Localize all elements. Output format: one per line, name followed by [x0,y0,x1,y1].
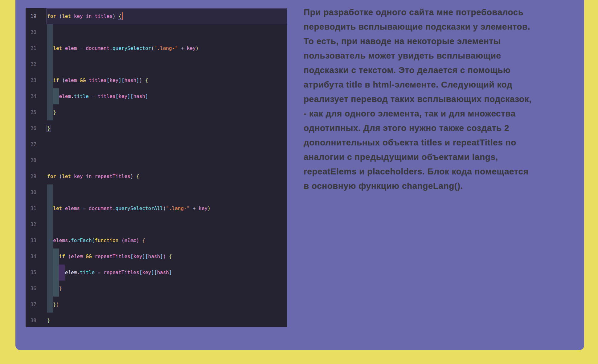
editor-row[interactable]: 25 } [26,104,287,120]
code-token: key [199,205,207,211]
code-token: ( [62,77,65,83]
code-token: elem [65,77,80,83]
editor-row[interactable]: 22 [26,56,287,72]
code-token: ) [136,237,142,243]
line-number: 28 [26,152,36,168]
code-token: = [92,93,98,99]
article-line: дополнительных объекта titles и repeatTi… [304,135,575,150]
line-number: 25 [26,104,36,120]
code-token [47,285,59,291]
editor-row[interactable]: 20 [26,24,287,40]
line-number: 27 [26,136,36,152]
code-token: { [136,173,139,179]
line-number: 38 [26,313,36,327]
line-number: 35 [26,265,36,281]
code-token: [ [130,93,133,99]
editor-row[interactable]: 29for (let key in repeatTitles) { [26,168,287,184]
code-token: && [80,77,89,83]
code-token: ) [113,13,118,19]
code-token: document [86,45,109,51]
editor-row[interactable]: 30 [26,184,287,200]
code-token: for [47,173,59,179]
editor-row[interactable]: 36 } [26,281,287,297]
code-token: querySelectorAll [116,205,163,211]
code-line: elems.forEach(function (elem) { [47,237,145,243]
code-token: ".lang-" [154,45,181,51]
code-line: let elems = document.querySelectorAll(".… [47,205,211,211]
code-token: let [62,13,74,19]
code-token: [ [116,93,119,99]
code-token: key [74,173,86,179]
line-number: 26 [26,120,36,136]
code-token: && [86,253,95,259]
code-line: let elem = document.querySelector(".lang… [47,45,199,51]
code-token: key [187,45,196,51]
code-token: querySelector [113,45,151,51]
line-number: 29 [26,168,36,184]
code-token: repeatTitles [95,253,130,259]
editor-row[interactable]: 27 [26,136,287,152]
code-editor[interactable]: 19for (let key in titles) {2021 let elem… [26,8,287,327]
code-token: ] [118,77,121,83]
editor-row[interactable]: 23 if (elem && titles[key][hash]) { [26,72,287,88]
editor-row[interactable]: 19for (let key in titles) { [26,8,287,24]
code-token: repeatTitles [104,269,139,275]
editor-row[interactable]: 26} [26,120,287,136]
code-token [47,301,53,307]
line-number: 31 [26,200,36,216]
code-line: for (let key in repeatTitles) { [47,173,139,179]
code-token: ) [56,301,59,307]
code-token: document [89,205,113,211]
code-token: title [80,269,98,275]
code-token: ( [121,237,125,243]
code-line: if (elem && repeatTitles[key][hash]) { [47,253,172,259]
line-number: 19 [26,8,36,24]
article-line: При разработке одного сайта мне потребов… [304,5,575,19]
code-token: ) [139,77,145,83]
code-token: ) [207,205,211,211]
code-token: key [118,93,127,99]
code-token [47,93,59,99]
code-token [47,253,59,259]
editor-row[interactable]: 28 [26,152,287,168]
indent-guide-block [47,24,53,40]
code-token: { [142,237,145,243]
code-line: elem.title = titles[key][hash] [47,93,148,99]
code-line: } [47,125,50,131]
code-token: function [95,237,121,243]
editor-row[interactable]: 21 let elem = document.querySelector(".l… [26,40,287,56]
code-token: elem [59,93,71,99]
line-number: 24 [26,88,36,104]
code-token: for [47,13,59,19]
editor-row[interactable]: 33 elems.forEach(function (elem) { [26,233,287,249]
code-token: { [169,253,172,259]
line-number: 23 [26,72,36,88]
editor-row[interactable]: 31 let elems = document.querySelectorAll… [26,200,287,216]
line-number: 30 [26,184,36,200]
code-token: key [74,13,86,19]
editor-row[interactable]: 37 }) [26,297,287,313]
code-token: let [53,205,65,211]
code-token: [ [139,269,142,275]
article-line: аналогии с предыдущими объектами langs, [304,150,575,164]
matched-bracket: } [47,125,50,131]
editor-row[interactable]: 32 [26,216,287,233]
code-token: repeatTitles [95,173,130,179]
code-token: ) [196,45,199,51]
code-token: [ [121,77,125,83]
editor-row[interactable]: 34 if (elem && repeatTitles[key][hash]) … [26,249,287,265]
editor-row[interactable]: 35 elem.title = repeatTitles[key][hash] [26,265,287,281]
code-token [47,237,53,243]
code-editor-lines: 19for (let key in titles) {2021 let elem… [26,8,287,327]
code-token: ( [59,173,62,179]
code-token: } [53,301,56,307]
line-number: 21 [26,40,36,56]
indent-guide-block [47,56,53,72]
code-token: in [86,173,95,179]
content-panel: 19for (let key in titles) {2021 let elem… [15,0,584,350]
code-token: titles [89,77,107,83]
article-line: То есть, при наводе на некоторые элемент… [304,34,575,48]
editor-row[interactable]: 38} [26,313,287,327]
code-token: elem [125,237,137,243]
editor-row[interactable]: 24 elem.title = titles[key][hash] [26,88,287,104]
